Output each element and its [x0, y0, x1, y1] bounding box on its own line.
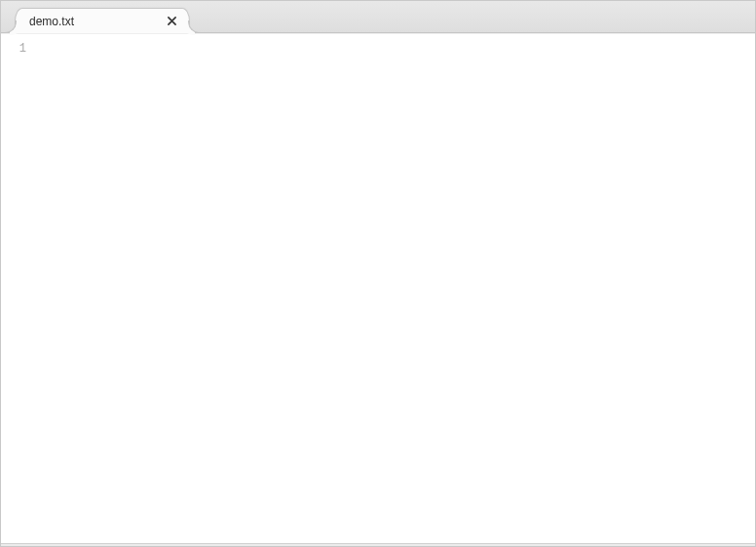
line-number-gutter: 1 [1, 34, 38, 543]
tab-strip: demo.txt [1, 1, 755, 33]
tab-label: demo.txt [29, 15, 156, 28]
editor-area: 1 [1, 33, 755, 543]
editor-window: demo.txt 1 [0, 0, 756, 547]
tab-demo-txt[interactable]: demo.txt [15, 8, 190, 33]
status-bar [1, 543, 755, 546]
line-number: 1 [1, 40, 38, 58]
editor-content[interactable] [38, 34, 755, 543]
close-icon[interactable] [164, 14, 179, 29]
